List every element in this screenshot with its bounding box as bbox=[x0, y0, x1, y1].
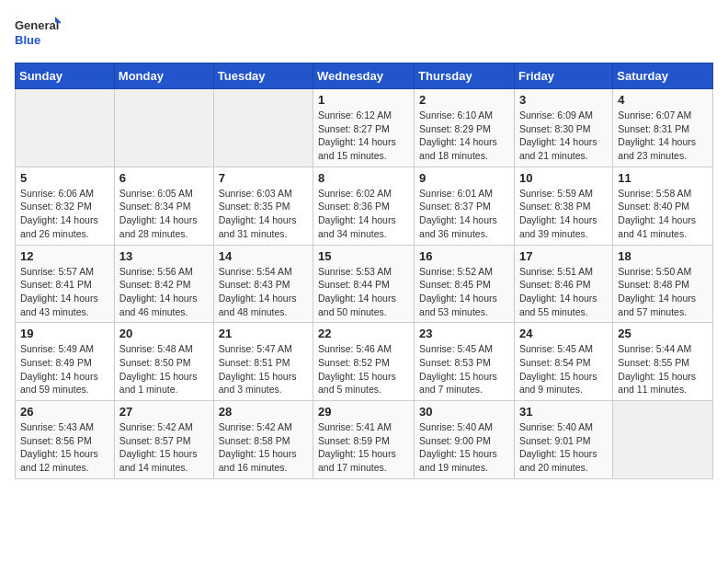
logo: General Blue bbox=[15, 15, 61, 52]
svg-text:Blue: Blue bbox=[15, 33, 40, 47]
calendar-cell: 7Sunrise: 6:03 AM Sunset: 8:35 PM Daylig… bbox=[213, 167, 313, 245]
calendar-cell: 1Sunrise: 6:12 AM Sunset: 8:27 PM Daylig… bbox=[313, 89, 415, 167]
calendar-cell: 31Sunrise: 5:40 AM Sunset: 9:01 PM Dayli… bbox=[514, 401, 612, 479]
cell-info-text: Sunrise: 5:42 AM Sunset: 8:57 PM Dayligh… bbox=[119, 420, 209, 475]
calendar-cell: 20Sunrise: 5:48 AM Sunset: 8:50 PM Dayli… bbox=[114, 323, 213, 401]
calendar-day-header: Tuesday bbox=[213, 63, 313, 89]
cell-info-text: Sunrise: 5:59 AM Sunset: 8:38 PM Dayligh… bbox=[519, 187, 608, 241]
cell-day-number: 28 bbox=[219, 405, 308, 419]
calendar-week-row: 5Sunrise: 6:06 AM Sunset: 8:32 PM Daylig… bbox=[16, 167, 713, 245]
calendar-day-header: Friday bbox=[514, 63, 612, 89]
calendar-cell: 18Sunrise: 5:50 AM Sunset: 8:48 PM Dayli… bbox=[613, 245, 713, 323]
cell-day-number: 29 bbox=[318, 405, 409, 419]
cell-day-number: 17 bbox=[519, 249, 608, 263]
cell-day-number: 8 bbox=[318, 171, 409, 185]
cell-day-number: 3 bbox=[519, 93, 608, 107]
cell-day-number: 25 bbox=[618, 327, 708, 340]
cell-day-number: 7 bbox=[219, 171, 308, 185]
cell-day-number: 18 bbox=[618, 249, 708, 263]
calendar-day-header: Wednesday bbox=[313, 63, 415, 89]
cell-info-text: Sunrise: 5:49 AM Sunset: 8:49 PM Dayligh… bbox=[20, 342, 109, 396]
cell-info-text: Sunrise: 5:40 AM Sunset: 9:01 PM Dayligh… bbox=[519, 420, 608, 475]
cell-day-number: 14 bbox=[219, 249, 308, 263]
cell-info-text: Sunrise: 6:10 AM Sunset: 8:29 PM Dayligh… bbox=[419, 109, 509, 163]
calendar-cell: 24Sunrise: 5:45 AM Sunset: 8:54 PM Dayli… bbox=[514, 323, 612, 401]
cell-info-text: Sunrise: 5:53 AM Sunset: 8:44 PM Dayligh… bbox=[318, 265, 409, 319]
calendar-cell: 6Sunrise: 6:05 AM Sunset: 8:34 PM Daylig… bbox=[114, 167, 213, 245]
cell-info-text: Sunrise: 6:02 AM Sunset: 8:36 PM Dayligh… bbox=[318, 187, 409, 241]
cell-day-number: 6 bbox=[119, 171, 209, 185]
cell-info-text: Sunrise: 5:46 AM Sunset: 8:52 PM Dayligh… bbox=[318, 342, 409, 396]
cell-day-number: 15 bbox=[318, 249, 409, 263]
calendar-day-header: Saturday bbox=[613, 63, 713, 89]
calendar-cell: 4Sunrise: 6:07 AM Sunset: 8:31 PM Daylig… bbox=[613, 89, 713, 167]
cell-info-text: Sunrise: 5:47 AM Sunset: 8:51 PM Dayligh… bbox=[219, 342, 308, 396]
cell-info-text: Sunrise: 5:42 AM Sunset: 8:58 PM Dayligh… bbox=[219, 420, 308, 475]
logo-svg: General Blue bbox=[15, 15, 61, 52]
cell-info-text: Sunrise: 6:07 AM Sunset: 8:31 PM Dayligh… bbox=[618, 109, 708, 163]
cell-day-number: 24 bbox=[519, 327, 608, 340]
calendar-day-header: Sunday bbox=[16, 63, 115, 89]
calendar-cell: 13Sunrise: 5:56 AM Sunset: 8:42 PM Dayli… bbox=[114, 245, 213, 323]
cell-info-text: Sunrise: 5:44 AM Sunset: 8:55 PM Dayligh… bbox=[618, 342, 708, 396]
calendar-cell: 19Sunrise: 5:49 AM Sunset: 8:49 PM Dayli… bbox=[16, 323, 115, 401]
cell-day-number: 12 bbox=[20, 249, 109, 263]
calendar-cell: 23Sunrise: 5:45 AM Sunset: 8:53 PM Dayli… bbox=[415, 323, 515, 401]
cell-day-number: 16 bbox=[419, 249, 509, 263]
cell-info-text: Sunrise: 5:48 AM Sunset: 8:50 PM Dayligh… bbox=[119, 342, 209, 396]
cell-info-text: Sunrise: 6:09 AM Sunset: 8:30 PM Dayligh… bbox=[519, 109, 608, 163]
cell-info-text: Sunrise: 6:03 AM Sunset: 8:35 PM Dayligh… bbox=[219, 187, 308, 241]
calendar-cell: 21Sunrise: 5:47 AM Sunset: 8:51 PM Dayli… bbox=[213, 323, 313, 401]
cell-info-text: Sunrise: 5:58 AM Sunset: 8:40 PM Dayligh… bbox=[618, 187, 708, 241]
calendar-cell: 3Sunrise: 6:09 AM Sunset: 8:30 PM Daylig… bbox=[514, 89, 612, 167]
cell-day-number: 9 bbox=[419, 171, 509, 185]
cell-info-text: Sunrise: 5:43 AM Sunset: 8:56 PM Dayligh… bbox=[20, 420, 109, 475]
calendar-table: SundayMondayTuesdayWednesdayThursdayFrid… bbox=[15, 63, 713, 479]
cell-day-number: 5 bbox=[20, 171, 109, 185]
calendar-week-row: 19Sunrise: 5:49 AM Sunset: 8:49 PM Dayli… bbox=[16, 323, 713, 401]
calendar-week-row: 1Sunrise: 6:12 AM Sunset: 8:27 PM Daylig… bbox=[16, 89, 713, 167]
calendar-cell bbox=[16, 89, 115, 167]
cell-info-text: Sunrise: 5:51 AM Sunset: 8:46 PM Dayligh… bbox=[519, 265, 608, 319]
calendar-cell: 11Sunrise: 5:58 AM Sunset: 8:40 PM Dayli… bbox=[613, 167, 713, 245]
cell-info-text: Sunrise: 5:54 AM Sunset: 8:43 PM Dayligh… bbox=[219, 265, 308, 319]
calendar-cell: 14Sunrise: 5:54 AM Sunset: 8:43 PM Dayli… bbox=[213, 245, 313, 323]
cell-day-number: 13 bbox=[119, 249, 209, 263]
cell-day-number: 1 bbox=[318, 93, 409, 107]
cell-info-text: Sunrise: 5:50 AM Sunset: 8:48 PM Dayligh… bbox=[618, 265, 708, 319]
cell-day-number: 21 bbox=[219, 327, 308, 340]
calendar-cell: 5Sunrise: 6:06 AM Sunset: 8:32 PM Daylig… bbox=[16, 167, 115, 245]
calendar-cell bbox=[114, 89, 213, 167]
cell-day-number: 10 bbox=[519, 171, 608, 185]
cell-info-text: Sunrise: 6:06 AM Sunset: 8:32 PM Dayligh… bbox=[20, 187, 109, 241]
calendar-cell: 25Sunrise: 5:44 AM Sunset: 8:55 PM Dayli… bbox=[613, 323, 713, 401]
cell-day-number: 23 bbox=[419, 327, 509, 340]
calendar-cell bbox=[213, 89, 313, 167]
cell-info-text: Sunrise: 5:45 AM Sunset: 8:53 PM Dayligh… bbox=[419, 342, 509, 396]
calendar-cell: 8Sunrise: 6:02 AM Sunset: 8:36 PM Daylig… bbox=[313, 167, 415, 245]
calendar-cell: 10Sunrise: 5:59 AM Sunset: 8:38 PM Dayli… bbox=[514, 167, 612, 245]
calendar-cell: 26Sunrise: 5:43 AM Sunset: 8:56 PM Dayli… bbox=[16, 401, 115, 479]
calendar-cell: 30Sunrise: 5:40 AM Sunset: 9:00 PM Dayli… bbox=[415, 401, 515, 479]
cell-day-number: 4 bbox=[618, 93, 708, 107]
calendar-cell: 9Sunrise: 6:01 AM Sunset: 8:37 PM Daylig… bbox=[415, 167, 515, 245]
cell-info-text: Sunrise: 5:41 AM Sunset: 8:59 PM Dayligh… bbox=[318, 420, 409, 475]
cell-day-number: 22 bbox=[318, 327, 409, 340]
calendar-cell: 17Sunrise: 5:51 AM Sunset: 8:46 PM Dayli… bbox=[514, 245, 612, 323]
calendar-cell: 27Sunrise: 5:42 AM Sunset: 8:57 PM Dayli… bbox=[114, 401, 213, 479]
calendar-day-header: Thursday bbox=[415, 63, 515, 89]
calendar-day-header: Monday bbox=[114, 63, 213, 89]
svg-text:General: General bbox=[15, 18, 59, 32]
calendar-cell: 2Sunrise: 6:10 AM Sunset: 8:29 PM Daylig… bbox=[415, 89, 515, 167]
calendar-cell: 15Sunrise: 5:53 AM Sunset: 8:44 PM Dayli… bbox=[313, 245, 415, 323]
header: General Blue bbox=[15, 15, 713, 52]
cell-info-text: Sunrise: 6:05 AM Sunset: 8:34 PM Dayligh… bbox=[119, 187, 209, 241]
cell-info-text: Sunrise: 5:45 AM Sunset: 8:54 PM Dayligh… bbox=[519, 342, 608, 396]
calendar-cell: 16Sunrise: 5:52 AM Sunset: 8:45 PM Dayli… bbox=[415, 245, 515, 323]
calendar-cell: 12Sunrise: 5:57 AM Sunset: 8:41 PM Dayli… bbox=[16, 245, 115, 323]
calendar-cell: 22Sunrise: 5:46 AM Sunset: 8:52 PM Dayli… bbox=[313, 323, 415, 401]
cell-day-number: 11 bbox=[618, 171, 708, 185]
calendar-cell: 28Sunrise: 5:42 AM Sunset: 8:58 PM Dayli… bbox=[213, 401, 313, 479]
cell-info-text: Sunrise: 5:57 AM Sunset: 8:41 PM Dayligh… bbox=[20, 265, 109, 319]
calendar-week-row: 12Sunrise: 5:57 AM Sunset: 8:41 PM Dayli… bbox=[16, 245, 713, 323]
